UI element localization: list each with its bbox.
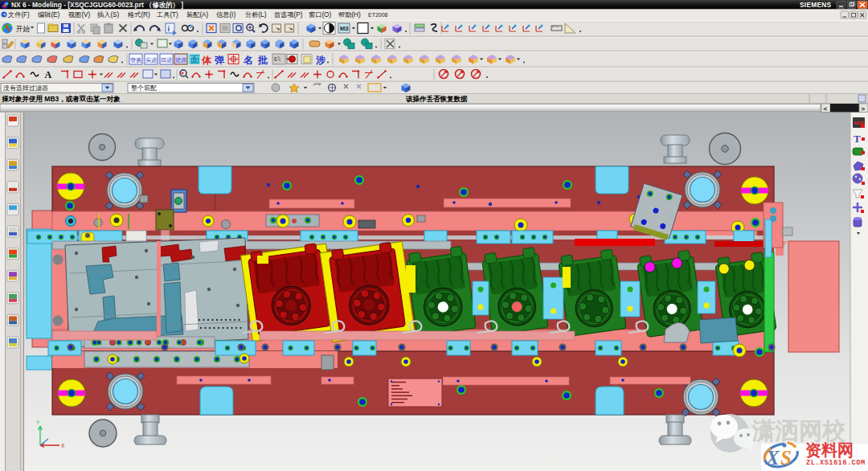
svg-text:插入(S): 插入(S) — [97, 11, 120, 18]
svg-text:视图(V): 视图(V) — [68, 11, 91, 18]
svg-text:回迹: 回迹 — [161, 57, 172, 63]
svg-text:还原: 还原 — [175, 57, 186, 63]
svg-text:装配(A): 装配(A) — [186, 11, 209, 18]
svg-text:<: < — [824, 105, 828, 113]
svg-text:S: S — [780, 447, 792, 469]
svg-text:格式(R): 格式(R) — [127, 11, 150, 18]
svg-text:Y: Y — [36, 420, 40, 425]
svg-text:整个装配: 整个装配 — [131, 84, 157, 92]
svg-text:帮助(H): 帮助(H) — [338, 11, 361, 18]
svg-text:文件(F): 文件(F) — [8, 11, 30, 18]
svg-text:信息(I): 信息(I) — [216, 11, 235, 18]
svg-text:E: E — [274, 56, 278, 62]
svg-text:面: 面 — [190, 55, 199, 64]
svg-text:替换: 替换 — [130, 57, 141, 63]
svg-text:择对象并使用 MB3，或者双击某一对象: 择对象并使用 MB3，或者双击某一对象 — [1, 95, 121, 103]
svg-text:i: i — [168, 25, 170, 33]
svg-text:实迹: 实迹 — [145, 57, 157, 63]
svg-text:分析(L): 分析(L) — [245, 11, 267, 18]
svg-text:该操作丢否恢复数据: 该操作丢否恢复数据 — [405, 95, 468, 103]
svg-text:SIEMENS: SIEMENS — [800, 1, 832, 9]
svg-text:资料网: 资料网 — [805, 441, 854, 459]
svg-text:涉: 涉 — [315, 55, 326, 66]
svg-text:A: A — [45, 69, 52, 80]
svg-text:工具(T): 工具(T) — [157, 11, 178, 18]
svg-text:M3: M3 — [340, 25, 348, 32]
svg-text:窗口(O): 窗口(O) — [309, 11, 331, 18]
svg-text:X: X — [765, 447, 780, 469]
svg-text:ZL.XS1616.COM: ZL.XS1616.COM — [806, 459, 866, 467]
svg-text:首选项(P): 首选项(P) — [274, 11, 303, 18]
svg-text:T: T — [854, 133, 861, 145]
svg-text:编辑(E): 编辑(E) — [38, 11, 60, 18]
svg-text:NX 6 - Modeling - [XSQCJGUG60-: NX 6 - Modeling - [XSQCJGUG60-0023.prt （… — [11, 1, 183, 9]
svg-text:名: 名 — [243, 55, 253, 66]
svg-text:潇洒网校: 潇洒网校 — [751, 418, 846, 444]
svg-text:X: X — [61, 443, 65, 448]
svg-text:ET2008: ET2008 — [368, 12, 388, 18]
svg-text:批: 批 — [257, 55, 268, 66]
svg-text:体: 体 — [201, 55, 212, 66]
svg-text:>: > — [862, 105, 866, 113]
svg-text:没有选择过滤器: 没有选择过滤器 — [2, 84, 48, 92]
svg-text:开始: 开始 — [16, 25, 31, 33]
svg-text:弹: 弹 — [215, 55, 225, 66]
